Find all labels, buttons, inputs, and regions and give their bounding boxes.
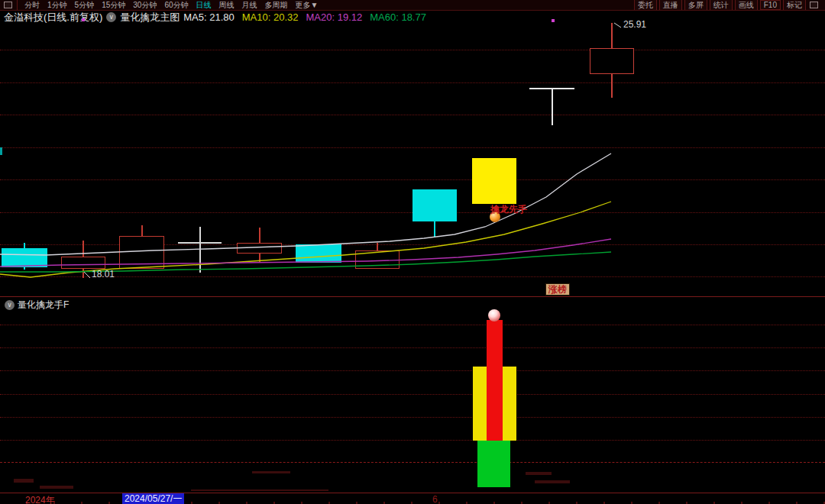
candlestick <box>355 250 400 269</box>
period-tab-5[interactable]: 30分钟 <box>129 1 160 9</box>
toolbar-right: 委托直播多屏统计画线F10标记 <box>632 0 825 11</box>
gridline-main <box>0 50 825 50</box>
gridline-sub <box>0 417 825 418</box>
chart-info-bar: 金溢科技(日线.前复权) ∨ 量化擒龙主图 MA5: 21.80MA10: 20… <box>4 11 434 23</box>
candlestick-doji <box>178 242 222 244</box>
candlestick <box>2 248 47 267</box>
edge-marker <box>0 147 2 155</box>
layout-icon[interactable] <box>810 2 818 8</box>
gridline-sub <box>0 440 825 441</box>
indicator-bar <box>487 320 503 441</box>
faded-mark <box>14 479 34 483</box>
period-tab-1[interactable]: 分时 <box>21 1 44 9</box>
dragon-signal-label: 擒龙先手 <box>490 203 527 216</box>
signal-sphere-icon <box>488 309 500 321</box>
indicator-bar <box>477 441 510 487</box>
toolbar-button-1[interactable]: 委托 <box>634 0 657 11</box>
gridline-sub <box>0 370 825 371</box>
zero-line <box>0 462 825 463</box>
ma-label-2: MA10: 20.32 <box>242 11 299 23</box>
trading-app-window: 分时1分钟5分钟15分钟30分钟60分钟日线周线月线多周期更多▼ 委托直播多屏统… <box>0 0 825 504</box>
gridline-sub <box>0 347 825 348</box>
candle-wick <box>199 227 201 273</box>
faded-mark <box>526 472 552 475</box>
faded-mark <box>191 489 328 491</box>
gridline-main <box>0 276 825 277</box>
period-menu: 分时1分钟5分钟15分钟30分钟60分钟日线周线月线多周期更多▼ <box>21 0 322 11</box>
marker-dot <box>82 18 85 21</box>
selected-date[interactable]: 2024/05/27/一 <box>122 493 184 504</box>
toolbar-button-6[interactable]: F10 <box>760 0 781 10</box>
annotation-arrow <box>614 23 621 27</box>
high-price-label: 25.91 <box>623 19 646 30</box>
time-axis-bar: 2024年 2024/05/27/一 6 <box>0 493 825 504</box>
panel-divider <box>0 296 825 297</box>
period-tab-11[interactable]: 更多▼ <box>292 1 322 9</box>
candlestick <box>119 236 164 269</box>
period-tab-9[interactable]: 月线 <box>238 1 261 9</box>
toolbar-button-5[interactable]: 画线 <box>735 0 758 11</box>
period-tab-7[interactable]: 日线 <box>192 1 215 9</box>
period-tab-2[interactable]: 1分钟 <box>44 1 71 9</box>
gridline-main <box>0 115 825 115</box>
period-tab-4[interactable]: 15分钟 <box>98 1 129 9</box>
candlestick <box>412 189 457 221</box>
rank-badge[interactable]: 涨榜 <box>545 283 570 296</box>
candlestick <box>61 257 105 269</box>
gridline-main <box>0 179 825 180</box>
faded-mark <box>40 486 73 489</box>
toolbar-button-4[interactable]: 统计 <box>710 0 733 11</box>
period-tab-8[interactable]: 周线 <box>215 1 238 9</box>
toolbar-button-2[interactable]: 直播 <box>659 0 682 11</box>
candle-wick <box>552 88 553 125</box>
menu-separator <box>17 0 18 10</box>
candlestick-doji <box>529 88 574 89</box>
low-price-label: 18.01 <box>92 269 115 279</box>
year-label: 2024年 <box>25 494 55 504</box>
ma-value-labels: MA5: 21.80MA10: 20.32MA20: 19.12MA60: 18… <box>183 11 434 23</box>
faded-mark <box>252 471 290 473</box>
marker-dot <box>552 19 555 22</box>
toolbar-button-3[interactable]: 多屏 <box>684 0 707 11</box>
gridline-main <box>0 147 825 148</box>
top-menu-bar: 分时1分钟5分钟15分钟30分钟60分钟日线周线月线多周期更多▼ 委托直播多屏统… <box>0 0 825 11</box>
ma-label-3: MA20: 19.12 <box>306 11 363 23</box>
candle-wick <box>434 221 435 237</box>
ma-label-1: MA5: 21.80 <box>183 11 235 23</box>
toolbar-button-7[interactable]: 标记 <box>783 0 806 11</box>
candlestick <box>237 243 282 254</box>
sub-indicator-title[interactable]: 量化擒龙手F <box>18 299 69 312</box>
gridline-main <box>0 82 825 83</box>
collapse-icon[interactable]: ∨ <box>106 12 116 22</box>
sub-indicator-header: ∨ 量化擒龙手F <box>5 299 69 312</box>
period-tab-3[interactable]: 5分钟 <box>71 1 99 9</box>
period-tab-6[interactable]: 60分钟 <box>160 1 192 9</box>
stock-title: 金溢科技(日线.前复权) <box>4 11 102 24</box>
month-label: 6 <box>432 494 438 504</box>
gridline-sub <box>0 394 825 395</box>
gridline-sub <box>0 325 825 325</box>
window-icon[interactable] <box>4 2 12 8</box>
main-indicator-title[interactable]: 量化擒龙主图 <box>120 11 180 24</box>
ma-label-4: MA60: 18.77 <box>370 11 426 23</box>
faded-mark <box>535 480 570 483</box>
candlestick <box>472 158 516 204</box>
collapse-icon[interactable]: ∨ <box>5 300 15 310</box>
candlestick <box>296 244 341 263</box>
period-tab-10[interactable]: 多周期 <box>261 1 292 9</box>
candlestick <box>590 48 634 74</box>
